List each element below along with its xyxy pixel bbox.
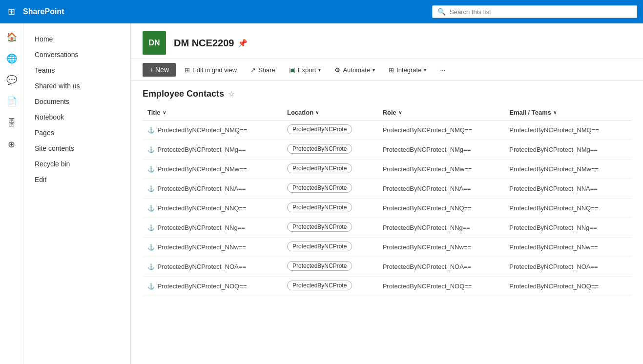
rail-home-icon[interactable]: 🏠 (2, 27, 21, 47)
cell-email-6: ProtectedByNCProtect_NNw== (504, 238, 631, 257)
row-icon-5: ⚓ (147, 224, 155, 231)
export-button[interactable]: ▣ Export ▾ (284, 63, 326, 77)
location-pill-3: ProtectedByNCProte (287, 183, 352, 193)
sidebar-item-teams[interactable]: Teams (23, 62, 130, 78)
share-button[interactable]: ↗ Share (246, 63, 280, 77)
topbar: ⊞ SharePoint 🔍 (0, 0, 643, 23)
cell-email-0: ProtectedByNCProtect_NMQ== (504, 121, 631, 140)
table-row[interactable]: ⚓ ProtectedByNCProtect_NNQ== ProtectedBy… (143, 199, 631, 218)
cell-role-8: ProtectedByNCProtect_NOQ== (378, 277, 505, 296)
new-button[interactable]: + New (143, 63, 176, 77)
site-header: DN DM NCE2209 📌 (131, 23, 643, 59)
more-button[interactable]: ··· (435, 63, 450, 77)
cell-title-3: ⚓ ProtectedByNCProtect_NNA== (143, 179, 282, 199)
role-sort-icon: ∨ (398, 110, 402, 115)
row-icon-4: ⚓ (147, 205, 155, 212)
location-pill-0: ProtectedByNCProte (287, 124, 352, 134)
site-title-area: DM NCE2209 📌 (174, 38, 248, 49)
search-input[interactable] (450, 8, 632, 16)
row-icon-7: ⚓ (147, 263, 155, 270)
table-row[interactable]: ⚓ ProtectedByNCProtect_NNw== ProtectedBy… (143, 238, 631, 257)
main-content: DN DM NCE2209 📌 + New ⊞ Edit in grid vie… (131, 23, 643, 364)
cell-title-7: ⚓ ProtectedByNCProtect_NOA== (143, 257, 282, 277)
cell-location-5: ProtectedByNCProte (282, 218, 378, 238)
integrate-button[interactable]: ⊞ Integrate ▾ (384, 63, 431, 77)
table-row[interactable]: ⚓ ProtectedByNCProtect_NOA== ProtectedBy… (143, 257, 631, 277)
export-chevron: ▾ (318, 67, 321, 73)
cell-title-5: ⚓ ProtectedByNCProtect_NNg== (143, 218, 282, 238)
cell-role-0: ProtectedByNCProtect_NMQ== (378, 121, 505, 140)
edit-grid-button[interactable]: ⊞ Edit in grid view (180, 63, 242, 77)
row-icon-6: ⚓ (147, 244, 155, 251)
waffle-icon[interactable]: ⊞ (6, 4, 17, 19)
cell-role-5: ProtectedByNCProtect_NNg== (378, 218, 505, 238)
rail-globe-icon[interactable]: 🌐 (2, 49, 21, 68)
col-header-location[interactable]: Location ∨ (282, 105, 378, 121)
sidebar-item-conversations[interactable]: Conversations (23, 47, 130, 62)
location-pill-2: ProtectedByNCProte (287, 163, 352, 173)
cell-role-3: ProtectedByNCProtect_NNA== (378, 179, 505, 199)
row-icon-3: ⚓ (147, 185, 155, 192)
table-row[interactable]: ⚓ ProtectedByNCProtect_NMw== ProtectedBy… (143, 160, 631, 179)
sidebar-item-site-contents[interactable]: Site contents (23, 141, 130, 156)
table-header-row: Title ∨ Location ∨ Role (143, 105, 631, 121)
table-row[interactable]: ⚓ ProtectedByNCProtect_NMg== ProtectedBy… (143, 140, 631, 160)
cell-title-1: ⚓ ProtectedByNCProtect_NMg== (143, 140, 282, 160)
cell-email-4: ProtectedByNCProtect_NNQ== (504, 199, 631, 218)
sidebar-item-pages[interactable]: Pages (23, 125, 130, 141)
cell-role-7: ProtectedByNCProtect_NOA== (378, 257, 505, 277)
rail-chat-icon[interactable]: 💬 (2, 70, 21, 90)
cell-role-4: ProtectedByNCProtect_NNQ== (378, 199, 505, 218)
automate-icon: ⚙ (334, 66, 340, 74)
sidebar-item-shared[interactable]: Shared with us (23, 78, 130, 94)
location-pill-6: ProtectedByNCProte (287, 242, 352, 251)
table-row[interactable]: ⚓ ProtectedByNCProtect_NNA== ProtectedBy… (143, 179, 631, 199)
favorite-star-icon[interactable]: ☆ (228, 89, 235, 99)
sidebar-item-edit[interactable]: Edit (23, 172, 130, 187)
cell-location-4: ProtectedByNCProte (282, 199, 378, 218)
list-area: Employee Contacts ☆ Title ∨ (131, 81, 643, 364)
title-sort-icon: ∨ (163, 110, 166, 115)
table-row[interactable]: ⚓ ProtectedByNCProtect_NNg== ProtectedBy… (143, 218, 631, 238)
search-icon: 🔍 (437, 8, 446, 16)
location-pill-4: ProtectedByNCProte (287, 202, 352, 212)
row-icon-2: ⚓ (147, 166, 155, 173)
rail-document-icon[interactable]: 📄 (2, 92, 21, 111)
sidebar-item-home[interactable]: Home (23, 31, 130, 47)
cell-email-7: ProtectedByNCProtect_NOA== (504, 257, 631, 277)
location-pill-1: ProtectedByNCProte (287, 144, 352, 154)
edit-grid-icon: ⊞ (185, 66, 190, 74)
cell-email-5: ProtectedByNCProtect_NNg== (504, 218, 631, 238)
app-layout: 🏠 🌐 💬 📄 🗄 ⊕ Home Conversations Teams Sha… (0, 23, 643, 364)
table-row[interactable]: ⚓ ProtectedByNCProtect_NMQ== ProtectedBy… (143, 121, 631, 140)
rail-add-icon[interactable]: ⊕ (2, 135, 21, 154)
toolbar: + New ⊞ Edit in grid view ↗ Share ▣ Expo… (131, 59, 643, 81)
sidebar-item-recycle-bin[interactable]: Recycle bin (23, 156, 130, 172)
site-title: DM NCE2209 (174, 38, 234, 49)
row-icon-8: ⚓ (147, 283, 155, 290)
automate-button[interactable]: ⚙ Automate ▾ (330, 63, 380, 77)
sidebar-item-notebook[interactable]: Notebook (23, 109, 130, 125)
col-header-role[interactable]: Role ∨ (378, 105, 505, 121)
col-header-email[interactable]: Email / Teams ∨ (504, 105, 631, 121)
location-pill-8: ProtectedByNCProte (287, 281, 352, 290)
row-icon-0: ⚓ (147, 127, 155, 134)
sidebar-item-documents[interactable]: Documents (23, 94, 130, 109)
export-icon: ▣ (289, 66, 295, 74)
location-pill-7: ProtectedByNCProte (287, 261, 352, 271)
location-pill-5: ProtectedByNCProte (287, 222, 352, 232)
search-box[interactable]: 🔍 (432, 5, 637, 18)
rail-database-icon[interactable]: 🗄 (2, 113, 21, 133)
cell-location-3: ProtectedByNCProte (282, 179, 378, 199)
table-row[interactable]: ⚓ ProtectedByNCProtect_NOQ== ProtectedBy… (143, 277, 631, 296)
cell-location-7: ProtectedByNCProte (282, 257, 378, 277)
row-icon-1: ⚓ (147, 146, 155, 153)
data-table: Title ∨ Location ∨ Role (143, 105, 631, 296)
sidebar: Home Conversations Teams Shared with us … (23, 23, 131, 364)
avatar: DN (143, 31, 166, 55)
cell-email-8: ProtectedByNCProtect_NOQ== (504, 277, 631, 296)
col-header-title[interactable]: Title ∨ (143, 105, 282, 121)
integrate-chevron: ▾ (424, 67, 426, 73)
cell-location-1: ProtectedByNCProte (282, 140, 378, 160)
cell-role-1: ProtectedByNCProtect_NMg== (378, 140, 505, 160)
